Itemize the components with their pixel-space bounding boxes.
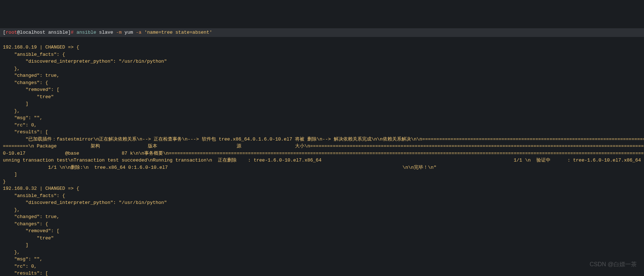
command-flag-m: -m <box>116 30 122 35</box>
output-line: "tree" <box>3 235 641 242</box>
output-line: }, <box>3 108 641 115</box>
space <box>74 30 76 35</box>
command-ansible: ansible <box>76 30 96 35</box>
output-line: "tree" <box>3 93 641 101</box>
output-line: "changed": true, <box>3 213 641 221</box>
output-line: }, <box>3 65 641 72</box>
output-line: "discovered_interpreter_python": "/usr/b… <box>3 199 641 206</box>
space <box>122 30 125 35</box>
prompt-user: root <box>6 30 17 35</box>
terminal-output: 192.168.0.19 | CHANGED => { "ansible_fac… <box>3 44 641 276</box>
command-module: yum <box>125 30 133 35</box>
space <box>133 30 136 35</box>
output-line: "rc": 0, <box>3 122 641 129</box>
output-line: 192.168.0.19 | CHANGED => { <box>3 44 641 51</box>
output-line: "changes": { <box>3 79 641 87</box>
output-line: }, <box>3 206 641 214</box>
output-line: "ansible_facts": { <box>3 51 641 58</box>
output-line: 1/1 \n\n删除:\n tree.x86_64 0:1.6.0-10.el7… <box>3 164 641 171</box>
output-line: ] <box>3 242 641 249</box>
output-line: "ansible_facts": { <box>3 192 641 200</box>
prompt-open-bracket: [ <box>3 30 6 35</box>
output-line: "msg": "", <box>3 114 641 122</box>
output-line: "discovered_interpreter_python": "/usr/b… <box>3 58 641 65</box>
prompt-at: @ <box>17 30 20 35</box>
prompt-host: localhost <box>20 30 45 35</box>
output-line: "changed": true, <box>3 72 641 79</box>
output-line: "rc": 0, <box>3 263 641 270</box>
output-line: =========\n Package 架构 版本 源 大小\n========… <box>3 143 641 150</box>
command-prompt-line: [root@localhost ansible]# ansible slave … <box>0 28 644 37</box>
output-line: "changes": { <box>3 221 641 228</box>
output-line: "removed": [ <box>3 86 641 93</box>
output-line: }, <box>3 249 641 256</box>
prompt-dir: ansible <box>48 30 68 35</box>
output-line: "已加载插件：fastestmirror\n正在解决依赖关系\n--> 正在检查… <box>3 136 641 143</box>
output-line: unning transaction test\nTransaction tes… <box>3 157 641 164</box>
output-line: "results": [ <box>3 270 641 276</box>
output-line: 192.168.0.32 | CHANGED => { <box>3 185 641 192</box>
output-line: "removed": [ <box>3 227 641 235</box>
space <box>113 30 116 35</box>
command-target: slave <box>99 30 113 35</box>
prompt-hash: # <box>71 30 74 35</box>
output-line: "msg": "", <box>3 256 641 263</box>
output-line: "results": [ <box>3 129 641 136</box>
output-line: 0-10.el7 @base 87 k\n\n事务概要\n===========… <box>3 150 641 157</box>
command-flag-a: -a <box>136 30 142 35</box>
command-args: 'name=tree state=absent' <box>144 30 212 35</box>
output-line: ] <box>3 100 641 108</box>
prompt-space <box>45 30 48 35</box>
output-line: ] <box>3 171 641 178</box>
watermark: CSDN @白嫖一茶 <box>590 260 637 269</box>
output-line: } <box>3 178 641 185</box>
